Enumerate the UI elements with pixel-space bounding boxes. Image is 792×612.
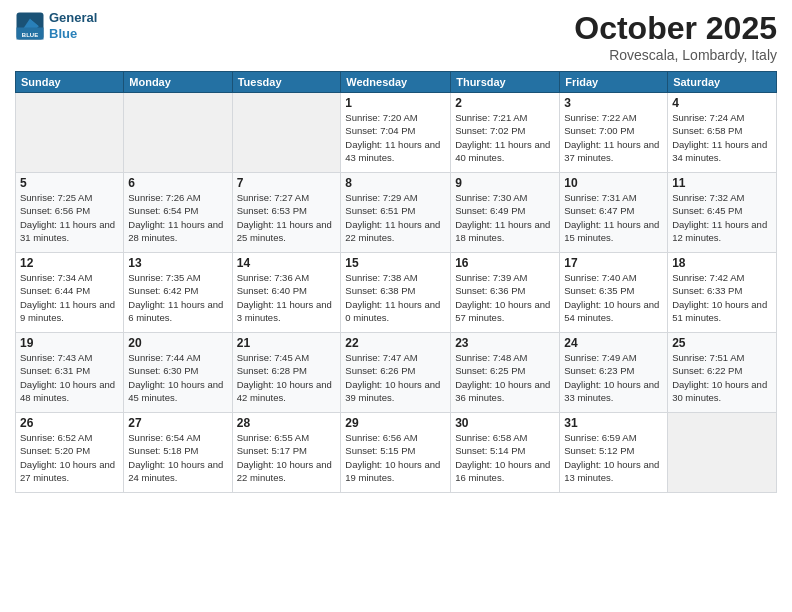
day-number: 31: [564, 416, 663, 430]
calendar-header-row: Sunday Monday Tuesday Wednesday Thursday…: [16, 72, 777, 93]
day-number: 10: [564, 176, 663, 190]
day-number: 6: [128, 176, 227, 190]
day-number: 16: [455, 256, 555, 270]
day-number: 9: [455, 176, 555, 190]
calendar-cell: 6Sunrise: 7:26 AM Sunset: 6:54 PM Daylig…: [124, 173, 232, 253]
logo: BLUE General Blue: [15, 10, 97, 41]
calendar-cell: 18Sunrise: 7:42 AM Sunset: 6:33 PM Dayli…: [668, 253, 777, 333]
day-info: Sunrise: 7:20 AM Sunset: 7:04 PM Dayligh…: [345, 111, 446, 164]
week-row-3: 12Sunrise: 7:34 AM Sunset: 6:44 PM Dayli…: [16, 253, 777, 333]
col-friday: Friday: [560, 72, 668, 93]
col-saturday: Saturday: [668, 72, 777, 93]
day-number: 27: [128, 416, 227, 430]
week-row-5: 26Sunrise: 6:52 AM Sunset: 5:20 PM Dayli…: [16, 413, 777, 493]
day-number: 24: [564, 336, 663, 350]
calendar-cell: 12Sunrise: 7:34 AM Sunset: 6:44 PM Dayli…: [16, 253, 124, 333]
logo-text: General Blue: [49, 10, 97, 41]
calendar-cell: 9Sunrise: 7:30 AM Sunset: 6:49 PM Daylig…: [451, 173, 560, 253]
calendar-cell: 10Sunrise: 7:31 AM Sunset: 6:47 PM Dayli…: [560, 173, 668, 253]
day-number: 4: [672, 96, 772, 110]
calendar-cell: 8Sunrise: 7:29 AM Sunset: 6:51 PM Daylig…: [341, 173, 451, 253]
calendar-cell: 17Sunrise: 7:40 AM Sunset: 6:35 PM Dayli…: [560, 253, 668, 333]
calendar-cell: 26Sunrise: 6:52 AM Sunset: 5:20 PM Dayli…: [16, 413, 124, 493]
calendar-cell: 23Sunrise: 7:48 AM Sunset: 6:25 PM Dayli…: [451, 333, 560, 413]
day-number: 18: [672, 256, 772, 270]
day-number: 2: [455, 96, 555, 110]
calendar-cell: 19Sunrise: 7:43 AM Sunset: 6:31 PM Dayli…: [16, 333, 124, 413]
day-number: 15: [345, 256, 446, 270]
day-number: 30: [455, 416, 555, 430]
day-number: 28: [237, 416, 337, 430]
day-number: 12: [20, 256, 119, 270]
col-thursday: Thursday: [451, 72, 560, 93]
day-info: Sunrise: 7:22 AM Sunset: 7:00 PM Dayligh…: [564, 111, 663, 164]
day-info: Sunrise: 6:59 AM Sunset: 5:12 PM Dayligh…: [564, 431, 663, 484]
day-info: Sunrise: 6:55 AM Sunset: 5:17 PM Dayligh…: [237, 431, 337, 484]
day-number: 20: [128, 336, 227, 350]
day-info: Sunrise: 7:29 AM Sunset: 6:51 PM Dayligh…: [345, 191, 446, 244]
calendar-cell: 11Sunrise: 7:32 AM Sunset: 6:45 PM Dayli…: [668, 173, 777, 253]
day-info: Sunrise: 7:39 AM Sunset: 6:36 PM Dayligh…: [455, 271, 555, 324]
calendar-cell: [668, 413, 777, 493]
week-row-4: 19Sunrise: 7:43 AM Sunset: 6:31 PM Dayli…: [16, 333, 777, 413]
calendar-cell: 30Sunrise: 6:58 AM Sunset: 5:14 PM Dayli…: [451, 413, 560, 493]
day-info: Sunrise: 7:32 AM Sunset: 6:45 PM Dayligh…: [672, 191, 772, 244]
calendar-cell: 14Sunrise: 7:36 AM Sunset: 6:40 PM Dayli…: [232, 253, 341, 333]
col-sunday: Sunday: [16, 72, 124, 93]
day-info: Sunrise: 7:44 AM Sunset: 6:30 PM Dayligh…: [128, 351, 227, 404]
calendar-cell: 15Sunrise: 7:38 AM Sunset: 6:38 PM Dayli…: [341, 253, 451, 333]
calendar-cell: [16, 93, 124, 173]
calendar-cell: 22Sunrise: 7:47 AM Sunset: 6:26 PM Dayli…: [341, 333, 451, 413]
calendar-cell: 20Sunrise: 7:44 AM Sunset: 6:30 PM Dayli…: [124, 333, 232, 413]
calendar-cell: 28Sunrise: 6:55 AM Sunset: 5:17 PM Dayli…: [232, 413, 341, 493]
calendar-cell: [124, 93, 232, 173]
week-row-2: 5Sunrise: 7:25 AM Sunset: 6:56 PM Daylig…: [16, 173, 777, 253]
day-info: Sunrise: 7:51 AM Sunset: 6:22 PM Dayligh…: [672, 351, 772, 404]
day-info: Sunrise: 7:45 AM Sunset: 6:28 PM Dayligh…: [237, 351, 337, 404]
day-info: Sunrise: 7:27 AM Sunset: 6:53 PM Dayligh…: [237, 191, 337, 244]
calendar-cell: 13Sunrise: 7:35 AM Sunset: 6:42 PM Dayli…: [124, 253, 232, 333]
day-info: Sunrise: 6:52 AM Sunset: 5:20 PM Dayligh…: [20, 431, 119, 484]
day-number: 19: [20, 336, 119, 350]
day-info: Sunrise: 7:26 AM Sunset: 6:54 PM Dayligh…: [128, 191, 227, 244]
calendar-cell: 5Sunrise: 7:25 AM Sunset: 6:56 PM Daylig…: [16, 173, 124, 253]
day-number: 17: [564, 256, 663, 270]
calendar-cell: [232, 93, 341, 173]
day-number: 14: [237, 256, 337, 270]
day-number: 25: [672, 336, 772, 350]
calendar-cell: 21Sunrise: 7:45 AM Sunset: 6:28 PM Dayli…: [232, 333, 341, 413]
day-info: Sunrise: 7:25 AM Sunset: 6:56 PM Dayligh…: [20, 191, 119, 244]
logo-icon: BLUE: [15, 11, 45, 41]
calendar-cell: 24Sunrise: 7:49 AM Sunset: 6:23 PM Dayli…: [560, 333, 668, 413]
calendar-cell: 1Sunrise: 7:20 AM Sunset: 7:04 PM Daylig…: [341, 93, 451, 173]
calendar: Sunday Monday Tuesday Wednesday Thursday…: [15, 71, 777, 493]
day-number: 8: [345, 176, 446, 190]
day-info: Sunrise: 7:21 AM Sunset: 7:02 PM Dayligh…: [455, 111, 555, 164]
calendar-cell: 25Sunrise: 7:51 AM Sunset: 6:22 PM Dayli…: [668, 333, 777, 413]
day-info: Sunrise: 7:42 AM Sunset: 6:33 PM Dayligh…: [672, 271, 772, 324]
calendar-cell: 16Sunrise: 7:39 AM Sunset: 6:36 PM Dayli…: [451, 253, 560, 333]
month-title: October 2025: [574, 10, 777, 47]
header: BLUE General Blue October 2025 Rovescala…: [15, 10, 777, 63]
svg-text:BLUE: BLUE: [22, 31, 38, 37]
day-number: 1: [345, 96, 446, 110]
day-number: 26: [20, 416, 119, 430]
day-info: Sunrise: 6:54 AM Sunset: 5:18 PM Dayligh…: [128, 431, 227, 484]
day-number: 22: [345, 336, 446, 350]
day-info: Sunrise: 7:31 AM Sunset: 6:47 PM Dayligh…: [564, 191, 663, 244]
day-number: 13: [128, 256, 227, 270]
day-info: Sunrise: 7:49 AM Sunset: 6:23 PM Dayligh…: [564, 351, 663, 404]
day-info: Sunrise: 7:34 AM Sunset: 6:44 PM Dayligh…: [20, 271, 119, 324]
col-monday: Monday: [124, 72, 232, 93]
day-info: Sunrise: 7:43 AM Sunset: 6:31 PM Dayligh…: [20, 351, 119, 404]
day-number: 3: [564, 96, 663, 110]
day-info: Sunrise: 7:36 AM Sunset: 6:40 PM Dayligh…: [237, 271, 337, 324]
day-number: 5: [20, 176, 119, 190]
day-number: 29: [345, 416, 446, 430]
day-number: 7: [237, 176, 337, 190]
day-info: Sunrise: 7:30 AM Sunset: 6:49 PM Dayligh…: [455, 191, 555, 244]
day-info: Sunrise: 6:56 AM Sunset: 5:15 PM Dayligh…: [345, 431, 446, 484]
location: Rovescala, Lombardy, Italy: [574, 47, 777, 63]
calendar-cell: 7Sunrise: 7:27 AM Sunset: 6:53 PM Daylig…: [232, 173, 341, 253]
day-info: Sunrise: 7:47 AM Sunset: 6:26 PM Dayligh…: [345, 351, 446, 404]
